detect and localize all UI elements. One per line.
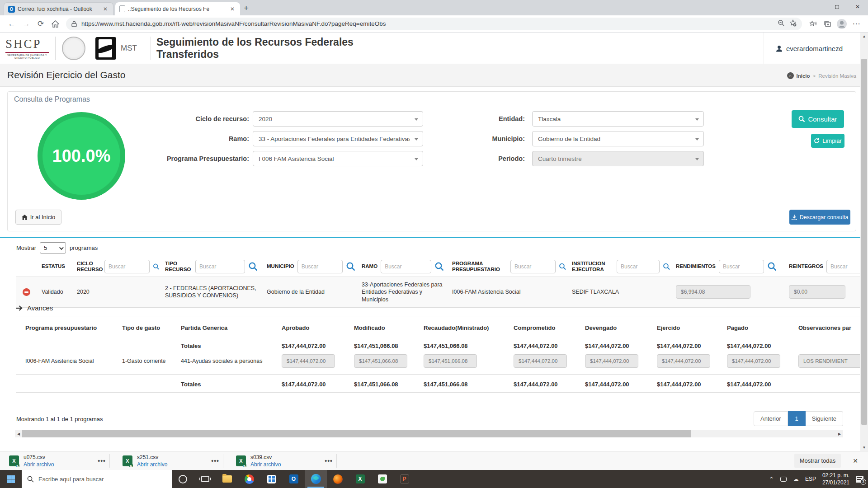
limpiar-button[interactable]: Limpiar: [811, 134, 844, 148]
ir-al-inicio-button[interactable]: Ir al Inicio: [15, 210, 61, 225]
entidad-select[interactable]: Tlaxcala: [532, 111, 704, 127]
search-icon[interactable]: [559, 262, 566, 272]
recaudado-box: $147,451,066.08: [424, 354, 477, 368]
search-icon[interactable]: [153, 262, 160, 272]
open-file-link[interactable]: Abrir archivo: [137, 461, 167, 468]
search-programa-input[interactable]: [510, 260, 556, 273]
search-icon[interactable]: [767, 262, 777, 272]
clock[interactable]: 02:21 p. m. 27/01/2021: [822, 472, 849, 486]
siguiente-button[interactable]: Siguiente: [806, 411, 843, 426]
scroll-right-icon[interactable]: ▶: [836, 430, 843, 437]
programa-select[interactable]: I 006 FAM Asistencia Social: [253, 151, 423, 166]
scroll-left-icon[interactable]: ◀: [15, 430, 22, 437]
task-view-button[interactable]: [194, 470, 216, 488]
window-minimize-button[interactable]: [806, 0, 826, 14]
onedrive-cloud-icon[interactable]: ☁: [793, 476, 799, 483]
ciclo-select[interactable]: 2020: [253, 111, 423, 127]
notification-center-icon[interactable]: 3: [856, 476, 863, 483]
search-icon[interactable]: [346, 262, 356, 272]
tab-close-icon[interactable]: ✕: [102, 6, 109, 12]
chevron-down-icon: [415, 138, 418, 141]
search-reintegros-input[interactable]: [826, 260, 860, 273]
breadcrumb-inicio-link[interactable]: Inicio: [797, 73, 810, 79]
close-downloads-icon[interactable]: ✕: [853, 457, 858, 465]
start-button[interactable]: [0, 470, 22, 488]
home-icon[interactable]: [48, 17, 62, 31]
file-explorer-button[interactable]: [216, 470, 238, 488]
back-icon[interactable]: ←: [5, 17, 19, 31]
descargar-consulta-button[interactable]: Descargar consulta: [789, 210, 850, 225]
divider: [151, 37, 151, 60]
tab-outlook[interactable]: O Correo: luci xochihua - Outlook ✕: [4, 2, 113, 15]
row-expand-icon[interactable]: [23, 288, 30, 296]
favorites-icon[interactable]: [806, 17, 820, 31]
vertical-scrollbar[interactable]: ▲ ▼: [860, 33, 868, 451]
scroll-down-icon[interactable]: ▼: [860, 444, 868, 451]
language-indicator[interactable]: ESP: [805, 476, 816, 482]
search-icon[interactable]: [434, 262, 444, 272]
collections-icon[interactable]: [820, 17, 835, 31]
open-file-link[interactable]: Abrir archivo: [250, 461, 281, 468]
download-more-icon[interactable]: •••: [98, 457, 106, 465]
breadcrumb-home-icon[interactable]: ⌂: [787, 72, 794, 79]
add-favorite-icon[interactable]: [789, 19, 797, 28]
download-more-icon[interactable]: •••: [211, 457, 219, 465]
zoom-out-icon[interactable]: [778, 19, 785, 28]
ramo-select[interactable]: 33 - Aportaciones Federales para Entidad…: [253, 131, 423, 146]
download-more-icon[interactable]: •••: [325, 457, 333, 465]
green-leaf-app-icon: [378, 474, 387, 483]
tab-seguimiento[interactable]: .:Seguimiento de los Recursos Fe ✕: [115, 2, 240, 15]
page-size-select[interactable]: 5: [40, 242, 66, 253]
new-tab-button[interactable]: +: [244, 3, 249, 14]
refresh-icon: [814, 138, 820, 144]
url-bar[interactable]: https://www.mst.hacienda.gob.mx/rft-web/…: [66, 18, 802, 30]
page-1-button[interactable]: 1: [788, 411, 806, 426]
anterior-button[interactable]: Anterior: [754, 411, 788, 426]
vertical-scrollbar-thumb[interactable]: [861, 59, 867, 425]
store-button[interactable]: [260, 470, 283, 488]
profile-avatar-icon[interactable]: [835, 17, 849, 31]
download-item[interactable]: X s039.csv Abrir archivo •••: [227, 454, 333, 468]
download-item[interactable]: X s251.csv Abrir archivo •••: [113, 454, 219, 468]
mostrar-todas-button[interactable]: Mostrar todas: [794, 454, 841, 468]
chrome-button[interactable]: [238, 470, 260, 488]
excel-button[interactable]: X: [349, 470, 371, 488]
download-item[interactable]: X u075.csv Abrir archivo •••: [0, 454, 106, 468]
search-tipo-input[interactable]: [195, 260, 245, 273]
user-menu[interactable]: everardomartinezd: [764, 33, 854, 64]
firefox-icon: [333, 474, 343, 484]
edge-button-active[interactable]: [305, 470, 327, 488]
search-institucion-input[interactable]: [617, 260, 660, 273]
forward-icon[interactable]: →: [19, 17, 33, 31]
firefox-button[interactable]: [327, 470, 349, 488]
window-maximize-button[interactable]: [826, 0, 847, 14]
cell-rendimientos-box: $6,994.08: [676, 285, 750, 299]
browser-menu-icon[interactable]: ⋯: [849, 17, 863, 31]
consultar-button[interactable]: Consultar: [792, 110, 844, 128]
cell-tipo-gasto: 1-Gasto corriente: [122, 358, 181, 364]
search-ciclo-input[interactable]: [104, 260, 150, 273]
downloads-bar: X u075.csv Abrir archivo ••• X s251.csv …: [0, 451, 868, 470]
open-file-link[interactable]: Abrir archivo: [24, 461, 54, 468]
tray-capture-icon[interactable]: [780, 477, 787, 482]
search-icon[interactable]: [663, 262, 670, 272]
green-leaf-app-button[interactable]: [371, 470, 393, 488]
avances-table: Programa presupuestario Tipo de gasto Pa…: [16, 321, 860, 393]
refresh-icon[interactable]: ⟳: [33, 17, 48, 31]
tab-close-icon[interactable]: ✕: [229, 6, 236, 12]
cortana-button[interactable]: [172, 470, 194, 488]
tray-chevron-icon[interactable]: ⌃: [769, 476, 774, 483]
window-close-button[interactable]: ✕: [847, 0, 868, 14]
municipio-select[interactable]: Gobierno de la Entidad: [532, 131, 704, 146]
search-icon[interactable]: [248, 262, 258, 272]
outlook-button[interactable]: O: [283, 470, 305, 488]
scroll-up-icon[interactable]: ▲: [860, 33, 868, 40]
search-rendimientos-input[interactable]: [719, 260, 764, 273]
horizontal-scrollbar-thumb[interactable]: [22, 430, 691, 437]
taskbar-search[interactable]: Escribe aquí para buscar: [22, 470, 172, 488]
search-ramo-input[interactable]: [381, 260, 431, 273]
powerpoint-button[interactable]: P: [393, 470, 415, 488]
search-municipio-input[interactable]: [297, 260, 343, 273]
chevron-down-icon: [59, 245, 64, 250]
horizontal-scrollbar[interactable]: ◀ ▶: [15, 430, 843, 437]
